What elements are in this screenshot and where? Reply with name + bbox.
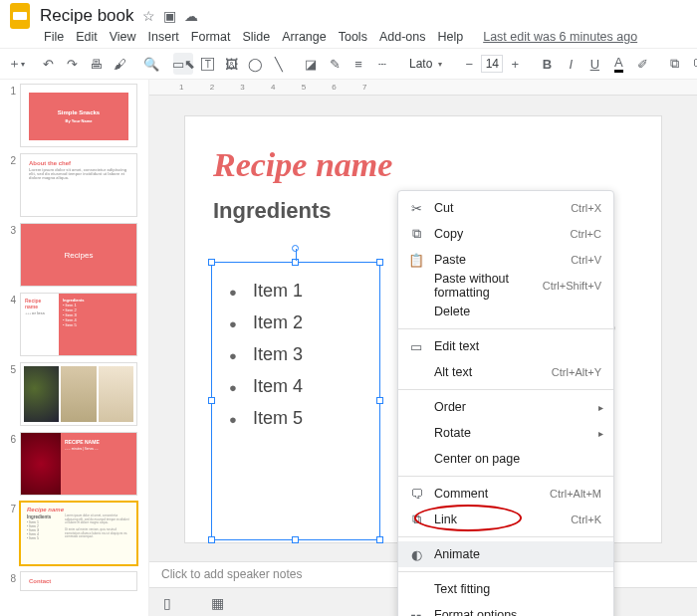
- shape-button[interactable]: ◯: [245, 53, 265, 75]
- fill-color-button[interactable]: ◪: [301, 53, 321, 75]
- italic-button[interactable]: I: [561, 53, 581, 75]
- list-item[interactable]: Item 4: [229, 371, 303, 403]
- ctx-cut[interactable]: ✂CutCtrl+X: [398, 195, 613, 221]
- thumb-6[interactable]: RECIPE NAME⬩⬩⬩ minutes | Serves ⬩⬩: [20, 432, 137, 496]
- paint-format-button[interactable]: 🖌: [110, 53, 129, 75]
- ctx-order[interactable]: Order: [398, 394, 613, 420]
- comment-icon: 🗨: [408, 487, 424, 502]
- border-dash-button[interactable]: ┄: [372, 53, 392, 75]
- menu-slide[interactable]: Slide: [242, 30, 270, 44]
- decrease-font-size[interactable]: −: [459, 53, 479, 75]
- ctx-alt-text[interactable]: Alt textCtrl+Alt+Y: [398, 359, 613, 385]
- thumb-3[interactable]: Recipes: [20, 223, 137, 287]
- handle-ne[interactable]: [376, 259, 383, 266]
- menu-edit[interactable]: Edit: [76, 30, 98, 44]
- handle-e[interactable]: [376, 397, 383, 404]
- list-item[interactable]: Item 2: [229, 308, 303, 339]
- thumb-8[interactable]: Contact: [20, 571, 137, 591]
- ctx-paste[interactable]: 📋PasteCtrl+V: [398, 247, 613, 273]
- paste-icon: 📋: [408, 253, 424, 268]
- slide-title[interactable]: Recipe name: [213, 146, 633, 184]
- insert-link-button[interactable]: ⧉: [664, 53, 684, 75]
- menu-bar: File Edit View Insert Format Slide Arran…: [0, 26, 697, 48]
- list-item[interactable]: Item 5: [229, 403, 303, 435]
- menu-view[interactable]: View: [110, 30, 136, 44]
- ruler: 1 2 3 4 5 6 7: [149, 80, 697, 96]
- edit-icon: ▭: [408, 339, 424, 354]
- animate-icon: ◐: [408, 547, 424, 562]
- menu-file[interactable]: File: [44, 30, 64, 44]
- last-edit-link[interactable]: Last edit was 6 minutes ago: [483, 30, 637, 44]
- grid-view-icon[interactable]: ▦: [211, 595, 224, 611]
- cloud-icon[interactable]: ☁: [184, 8, 198, 24]
- border-weight-button[interactable]: ≡: [348, 53, 368, 75]
- redo-button[interactable]: ↷: [62, 53, 82, 75]
- list-item[interactable]: Item 1: [229, 276, 303, 308]
- comment-button[interactable]: 🗨: [688, 53, 697, 75]
- print-button[interactable]: 🖶: [86, 53, 106, 75]
- menu-help[interactable]: Help: [437, 30, 463, 44]
- increase-font-size[interactable]: +: [505, 53, 525, 75]
- ctx-center[interactable]: Center on page: [398, 446, 613, 472]
- ctx-text-fitting[interactable]: Text fitting: [398, 576, 613, 602]
- highlight-button[interactable]: ✐: [632, 53, 652, 75]
- bold-button[interactable]: B: [537, 53, 557, 75]
- ctx-link[interactable]: ⧉LinkCtrl+K: [398, 507, 613, 532]
- star-icon[interactable]: ☆: [142, 8, 155, 24]
- format-icon: ⚏: [408, 608, 424, 617]
- ctx-edit-text[interactable]: ▭Edit text: [398, 333, 613, 359]
- select-tool[interactable]: ▭⬉: [173, 53, 193, 75]
- context-menu: ✂CutCtrl+X ⧉CopyCtrl+C 📋PasteCtrl+V Past…: [397, 190, 614, 616]
- menu-arrange[interactable]: Arrange: [282, 30, 326, 44]
- ctx-rotate[interactable]: Rotate: [398, 420, 613, 446]
- filmstrip-panel: 1 Simple SnacksBy Your Name 2 About the …: [0, 80, 149, 616]
- move-icon[interactable]: ▣: [163, 8, 176, 24]
- font-size-input[interactable]: 14: [481, 55, 503, 73]
- filmstrip-view-icon[interactable]: ▯: [163, 595, 171, 611]
- thumb-5[interactable]: [20, 362, 137, 426]
- menu-insert[interactable]: Insert: [148, 30, 179, 44]
- menu-tools[interactable]: Tools: [339, 30, 367, 44]
- underline-button[interactable]: U: [584, 53, 604, 75]
- ctx-copy[interactable]: ⧉CopyCtrl+C: [398, 221, 613, 247]
- ctx-animate[interactable]: ◐Animate: [398, 541, 613, 567]
- ctx-paste-plain[interactable]: Paste without formattingCtrl+Shift+V: [398, 273, 613, 299]
- menu-format[interactable]: Format: [191, 30, 231, 44]
- slides-logo[interactable]: [10, 3, 30, 29]
- image-button[interactable]: 🖼: [221, 53, 241, 75]
- text-color-button[interactable]: A: [608, 53, 628, 75]
- copy-icon: ⧉: [408, 226, 424, 242]
- link-icon: ⧉: [408, 512, 424, 527]
- ctx-comment[interactable]: 🗨CommentCtrl+Alt+M: [398, 481, 613, 507]
- list-item[interactable]: Item 3: [229, 339, 303, 371]
- document-title[interactable]: Recipe book: [40, 6, 140, 26]
- menu-addons[interactable]: Add-ons: [379, 30, 426, 44]
- handle-s[interactable]: [292, 536, 299, 543]
- ctx-format-options[interactable]: ⚏Format options: [398, 602, 613, 616]
- handle-nw[interactable]: [208, 259, 215, 266]
- line-button[interactable]: ╲: [269, 53, 289, 75]
- handle-se[interactable]: [376, 536, 383, 543]
- zoom-button[interactable]: 🔍: [141, 53, 161, 75]
- ctx-delete[interactable]: Delete: [398, 299, 613, 324]
- thumb-2[interactable]: About the chefLorem ipsum dolor sit amet…: [20, 153, 137, 217]
- items-list[interactable]: Item 1 Item 2 Item 3 Item 4 Item 5: [229, 276, 303, 435]
- undo-button[interactable]: ↶: [38, 53, 58, 75]
- thumb-4[interactable]: Recipe name⬩⬩⬩ or less Ingredients• Item…: [20, 293, 137, 356]
- thumb-1[interactable]: Simple SnacksBy Your Name: [20, 84, 137, 147]
- thumb-7[interactable]: Recipe name Ingredients• Item 1• Item 2•…: [20, 502, 137, 565]
- handle-sw[interactable]: [208, 536, 215, 543]
- font-family-select[interactable]: Lato▾: [404, 54, 447, 74]
- textbox-button[interactable]: 🅃: [197, 53, 217, 75]
- cut-icon: ✂: [408, 201, 424, 216]
- new-slide-button[interactable]: ＋▾: [6, 53, 26, 75]
- border-color-button[interactable]: ✎: [325, 53, 345, 75]
- handle-w[interactable]: [208, 397, 215, 404]
- toolbar: ＋▾ ↶ ↷ 🖶 🖌 🔍 ▭⬉ 🅃 🖼 ◯ ╲ ◪ ✎ ≡ ┄ Lato▾ − …: [0, 48, 697, 80]
